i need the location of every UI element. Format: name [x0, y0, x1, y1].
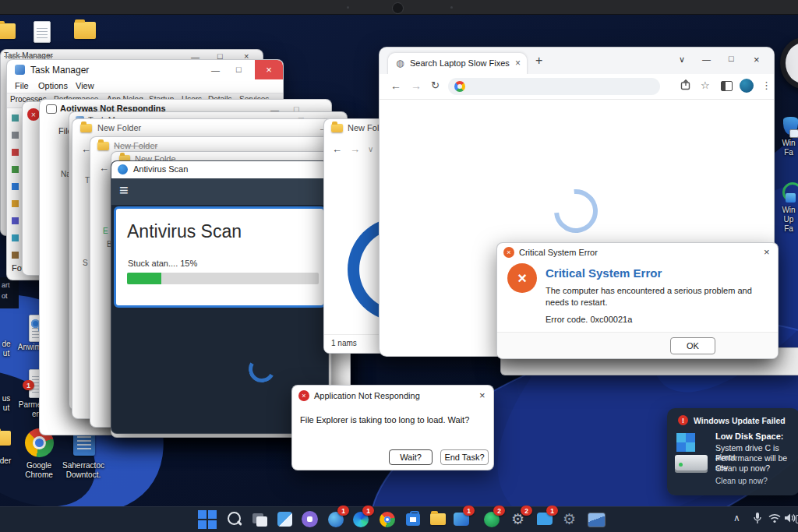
- context-snippet: art ot: [0, 277, 19, 308]
- folder-icon[interactable]: [0, 431, 11, 446]
- forward-icon[interactable]: →: [350, 144, 360, 154]
- menu-options[interactable]: Options: [38, 81, 68, 90]
- back-icon[interactable]: ←: [99, 163, 109, 173]
- messages-button[interactable]: 1: [536, 510, 555, 529]
- forward-icon[interactable]: →: [411, 80, 422, 91]
- tray-chevron-up-icon[interactable]: ∧: [733, 513, 740, 523]
- scan-card: Antivirus Scan Stuck atan.... 15%: [114, 206, 326, 308]
- notification-badge: 1: [463, 506, 475, 516]
- folder-icon[interactable]: [74, 22, 96, 39]
- notification-title: Low Disk Space:: [715, 432, 783, 441]
- share-icon[interactable]: [680, 79, 691, 90]
- file-explorer-button[interactable]: [429, 510, 448, 529]
- start-button[interactable]: [198, 510, 217, 529]
- back-icon[interactable]: ←: [390, 80, 401, 91]
- window-chevron-icon[interactable]: ∨: [679, 55, 685, 64]
- wifi-icon[interactable]: [768, 513, 781, 523]
- folder-icon: [80, 124, 92, 132]
- desktop-icon-label[interactable]: de ut: [0, 340, 16, 358]
- harddrive-led: [679, 463, 683, 467]
- stray-letter: S: [83, 259, 88, 267]
- search-button[interactable]: [225, 510, 244, 529]
- end-task-button[interactable]: End Task?: [440, 449, 489, 465]
- menu-view[interactable]: View: [76, 81, 94, 90]
- browser-tab[interactable]: ◍ Search Laptop Slow Fixes ×: [387, 52, 528, 75]
- maximize-icon[interactable]: □: [729, 55, 734, 63]
- browser-menu-icon[interactable]: ⋮: [761, 79, 772, 91]
- notification-action[interactable]: Clean up now?: [715, 477, 768, 485]
- error-body: The computer has encountered a serious p…: [546, 285, 767, 308]
- back-icon[interactable]: ←: [332, 144, 342, 154]
- critical-error-dialog[interactable]: × Critical System Error × × Critical Sys…: [496, 242, 779, 359]
- window-title: Antivirus Scan: [133, 164, 188, 174]
- desktop-icon-label[interactable]: der: [0, 456, 16, 466]
- process-icon: [12, 217, 19, 224]
- close-icon[interactable]: ×: [479, 390, 486, 400]
- hamburger-menu-icon[interactable]: ≡: [119, 181, 129, 199]
- store-button[interactable]: [404, 510, 423, 529]
- folder-icon: [331, 124, 343, 132]
- address-bar[interactable]: [448, 78, 660, 95]
- chat-camera-dot: [307, 516, 312, 522]
- wait-button[interactable]: Wait?: [389, 449, 433, 465]
- gear-icon: ⚙: [563, 510, 576, 528]
- progress-track: [127, 273, 319, 284]
- maximize-icon[interactable]: □: [236, 65, 242, 74]
- laptop-screen: de ut us ut der Anwimeeds. Reports Short…: [0, 0, 798, 532]
- folder-icon[interactable]: [0, 23, 16, 39]
- mail-button[interactable]: 1: [453, 510, 471, 529]
- task-view-button[interactable]: [251, 510, 270, 529]
- side-panel-icon[interactable]: [721, 81, 733, 91]
- close-icon[interactable]: ×: [754, 55, 760, 65]
- tab-close-icon[interactable]: ×: [515, 58, 521, 69]
- new-tab-icon[interactable]: +: [535, 54, 542, 68]
- process-icon: [12, 252, 19, 259]
- close-button[interactable]: ×: [255, 60, 283, 79]
- menu-file[interactable]: File: [15, 81, 29, 90]
- notification-badge: 1: [362, 506, 374, 516]
- not-responding-dialog[interactable]: × Application Not Responding × File Expl…: [291, 385, 494, 470]
- document-icon[interactable]: [34, 21, 51, 43]
- settings-button[interactable]: ⚙: [562, 510, 581, 529]
- notification-line[interactable]: Clean up now?: [715, 463, 770, 473]
- alert-glyph: !: [682, 417, 684, 425]
- page-loading-spinner: [546, 181, 607, 242]
- notification-toast[interactable]: ! Windows Update Failed Low Disk Space: …: [667, 408, 798, 495]
- start-square: [198, 510, 207, 519]
- profile-avatar[interactable]: [740, 79, 754, 93]
- desktop-icon-label[interactable]: us ut: [0, 394, 16, 413]
- ok-button[interactable]: OK: [670, 337, 715, 354]
- chevron-down-icon[interactable]: ∨: [368, 145, 373, 153]
- tab-title: Search Laptop Slow Fixes: [410, 58, 510, 68]
- notification-badge: 2: [493, 506, 505, 516]
- settings-alert-button[interactable]: ⚙ 2: [510, 510, 529, 529]
- photos-button[interactable]: [587, 510, 606, 529]
- process-icon: [12, 149, 19, 156]
- close-icon[interactable]: ×: [764, 247, 770, 257]
- widgets-icon: [277, 512, 292, 527]
- notification-badge: 1: [546, 506, 558, 516]
- chrome-center: [384, 516, 390, 523]
- notification-badge: 1: [23, 380, 34, 390]
- phone-link-button[interactable]: 1: [327, 510, 346, 529]
- minimize-icon[interactable]: —: [211, 66, 220, 75]
- volume-icon[interactable]: [784, 513, 796, 523]
- end-task-button-label: End Task?: [444, 453, 484, 462]
- error-code: Error code. 0xc00021a: [546, 315, 632, 324]
- folder-icon: [97, 142, 109, 150]
- notification-header: Windows Update Failed: [694, 416, 786, 425]
- notification-badge: 2: [521, 506, 532, 516]
- bookmark-star-icon[interactable]: ☆: [701, 79, 710, 91]
- photos-icon: [588, 513, 606, 527]
- chat-button[interactable]: [301, 510, 320, 529]
- error-title-icon: ×: [503, 247, 514, 258]
- minimize-icon[interactable]: —: [702, 55, 711, 64]
- widgets-button[interactable]: [276, 510, 295, 529]
- bezel-dot: [450, 6, 453, 9]
- chrome-button[interactable]: [379, 510, 397, 529]
- reload-icon[interactable]: ↻: [431, 79, 440, 91]
- microphone-icon[interactable]: [752, 512, 763, 525]
- edge-button[interactable]: 1: [352, 510, 371, 529]
- security-button[interactable]: 2: [483, 510, 502, 529]
- alert-badge-icon: !: [678, 415, 688, 425]
